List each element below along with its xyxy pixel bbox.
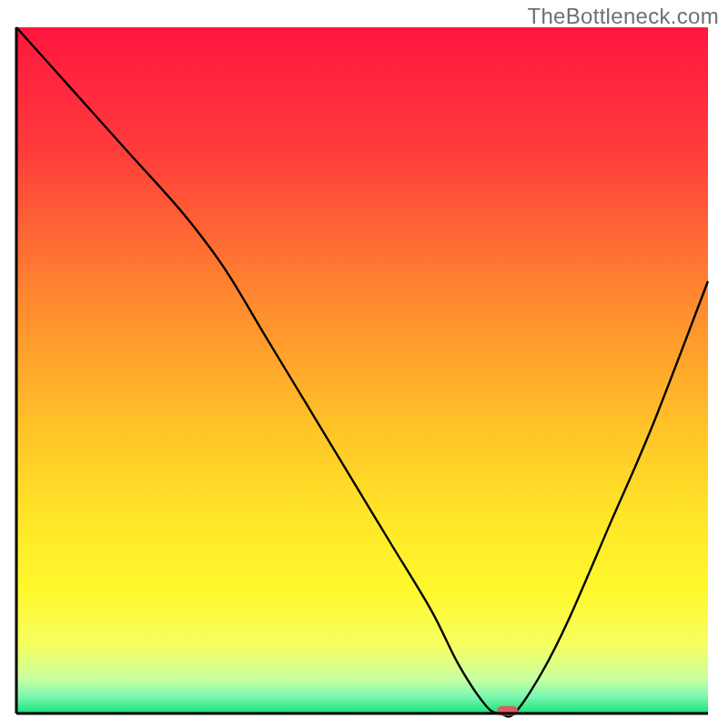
- plot-svg: [0, 0, 728, 728]
- bottleneck-chart: TheBottleneck.com: [0, 0, 728, 728]
- gradient-background: [16, 27, 708, 713]
